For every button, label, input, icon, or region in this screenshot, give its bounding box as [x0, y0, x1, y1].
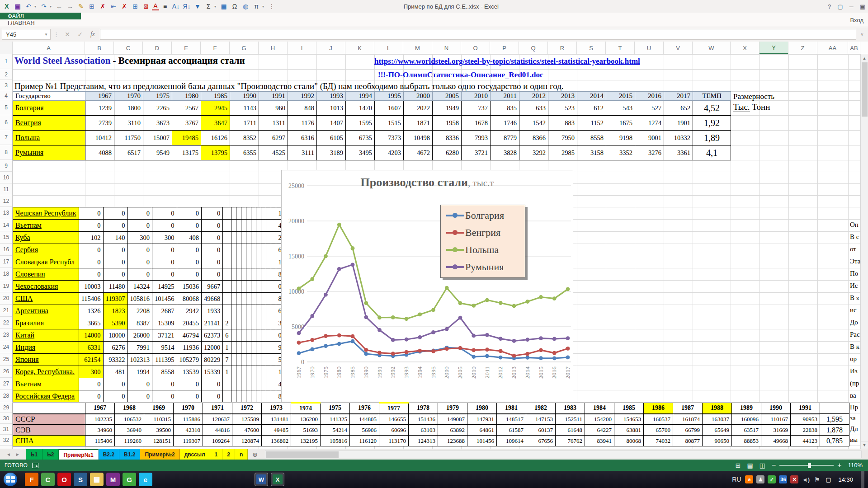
data-cell[interactable]: 109264 [203, 436, 232, 446]
data-cell[interactable] [271, 342, 276, 354]
data-cell[interactable] [261, 342, 266, 354]
data-cell[interactable]: 835 [491, 101, 519, 116]
data-cell[interactable]: 0 [79, 268, 103, 281]
data-cell[interactable]: 148517 [497, 414, 526, 425]
year-header-cell[interactable]: 1978 [409, 403, 438, 414]
row-header-17[interactable]: 17 [0, 256, 12, 268]
data-cell[interactable]: 66799 [673, 425, 703, 436]
data-cell[interactable] [241, 366, 246, 378]
data-cell[interactable]: 80068 [177, 293, 202, 305]
select-all-corner[interactable] [0, 42, 13, 54]
data-cell[interactable] [251, 342, 256, 354]
data-cell[interactable] [266, 244, 271, 256]
data-cell[interactable]: 21141 [202, 317, 223, 329]
sheet-tab-Пример№1[interactable]: Пример№1 [59, 449, 98, 460]
row-header-19[interactable]: 19 [0, 280, 12, 292]
data-cell[interactable] [251, 293, 256, 305]
data-cell[interactable]: 128151 [144, 436, 174, 446]
data-cell[interactable]: 49668 [761, 436, 791, 446]
data-cell[interactable] [241, 378, 246, 390]
data-cell[interactable]: 0 [103, 244, 127, 256]
data-cell[interactable]: 0 [177, 220, 202, 232]
normal-view-icon[interactable]: ⊞ [736, 462, 741, 469]
data-cell[interactable]: 160537 [644, 414, 673, 425]
data-cell[interactable]: 101456 [152, 293, 177, 305]
sort-asc-icon[interactable]: А↓ [171, 3, 181, 10]
column-header-AB[interactable]: AB [848, 42, 860, 54]
data-cell[interactable]: 0 [127, 256, 152, 268]
data-cell[interactable] [266, 207, 271, 220]
column-header-K[interactable]: K [345, 42, 374, 54]
data-cell[interactable] [236, 207, 241, 220]
data-cell[interactable]: 93322 [103, 354, 127, 366]
country-cell[interactable]: Польша [13, 131, 85, 145]
data-cell[interactable]: 2208 [127, 305, 152, 317]
column-header-Q[interactable]: Q [519, 42, 548, 54]
data-cell[interactable] [266, 293, 271, 305]
data-cell[interactable]: 1470 [346, 101, 375, 116]
data-cell[interactable] [266, 281, 271, 293]
data-cell[interactable]: 12000 [202, 342, 223, 354]
data-cell[interactable]: 102 [79, 232, 103, 244]
data-cell[interactable]: 9667 [202, 281, 223, 293]
data-cell[interactable] [256, 329, 261, 342]
data-cell[interactable]: 115406 [85, 436, 115, 446]
data-cell[interactable]: 3111 [288, 145, 317, 160]
data-cell[interactable] [246, 317, 251, 329]
data-cell[interactable] [271, 207, 276, 220]
data-cell[interactable] [246, 232, 251, 244]
column-header-AA[interactable]: AA [817, 42, 848, 54]
save-icon[interactable]: ▣ [13, 3, 23, 10]
data-cell[interactable]: 15036 [177, 281, 202, 293]
page-layout-view-icon[interactable]: ▤ [747, 462, 753, 469]
data-cell[interactable] [246, 390, 251, 403]
dropdown-caret-icon[interactable]: ▾ [262, 5, 266, 9]
data-cell[interactable] [271, 317, 276, 329]
data-cell[interactable]: 74032 [644, 436, 673, 446]
data-cell[interactable] [256, 366, 261, 378]
data-cell[interactable] [261, 354, 266, 366]
column-header-T[interactable]: T [606, 42, 635, 54]
data-cell[interactable]: 136802 [262, 436, 291, 446]
insert-cells-icon[interactable]: ⊞ [87, 3, 97, 10]
data-cell[interactable]: 481 [103, 366, 127, 378]
country-cell[interactable]: Бразилия [13, 317, 79, 329]
data-cell[interactable] [271, 232, 276, 244]
data-cell[interactable] [256, 281, 261, 293]
data-cell[interactable]: 4672 [404, 145, 433, 160]
formula-bar-expand-icon[interactable]: ˅ [858, 32, 866, 37]
data-cell[interactable]: 106532 [115, 414, 144, 425]
data-cell[interactable]: 883 [548, 116, 577, 131]
data-cell[interactable]: 0 [177, 390, 202, 403]
data-cell[interactable] [236, 390, 241, 403]
data-cell[interactable]: 6735 [346, 131, 375, 145]
data-cell[interactable] [271, 256, 276, 268]
data-cell[interactable] [256, 342, 261, 354]
data-cell[interactable]: 3495 [346, 145, 375, 160]
dropdown-caret-icon[interactable]: ▾ [214, 5, 218, 9]
year-header-cell[interactable]: 1983 [556, 403, 585, 414]
data-cell[interactable]: 0 [202, 220, 223, 232]
data-cell[interactable] [261, 329, 266, 342]
year-header-cell[interactable]: 1991 [791, 403, 820, 414]
country-cell[interactable]: Болгария [13, 101, 85, 116]
data-cell[interactable] [231, 342, 236, 354]
data-cell[interactable]: 110315 [144, 414, 174, 425]
opera-icon[interactable]: O [57, 473, 71, 486]
data-cell[interactable] [256, 293, 261, 305]
data-cell[interactable] [251, 207, 256, 220]
data-cell[interactable]: 132195 [291, 436, 321, 446]
data-cell[interactable]: 154653 [614, 414, 644, 425]
year-header-cell[interactable]: 1975 [321, 403, 350, 414]
data-cell[interactable] [246, 305, 251, 317]
data-cell[interactable]: 1239 [85, 101, 114, 116]
temp-cell[interactable]: 1,89 [693, 131, 731, 145]
data-cell[interactable] [271, 366, 276, 378]
flag-icon[interactable]: ⚑ [813, 475, 821, 483]
row-header-30[interactable]: 30 [0, 413, 12, 424]
data-cell[interactable]: 2942 [177, 305, 202, 317]
data-cell[interactable]: 527 [635, 101, 664, 116]
pi-icon[interactable]: π [251, 3, 261, 10]
back-icon[interactable]: ← [54, 3, 64, 10]
data-cell[interactable] [241, 256, 246, 268]
